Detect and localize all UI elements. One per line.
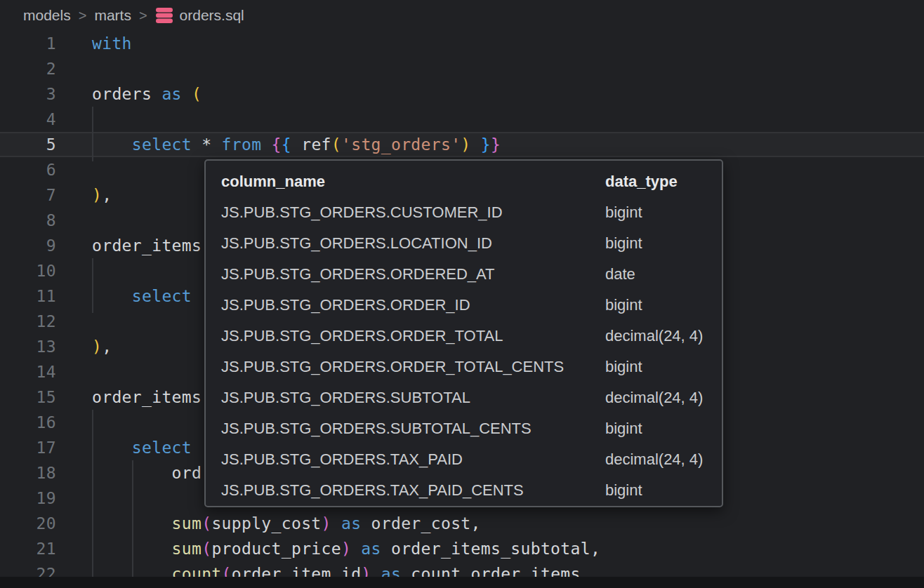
line-number[interactable]: 4 (0, 107, 56, 132)
code-line-1[interactable]: 1with (0, 31, 924, 56)
column-info-row: JS.PUB.STG_ORDERS.SUBTOTAL_CENTSbigint (206, 413, 722, 444)
column-name-cell: JS.PUB.STG_ORDERS.TAX_PAID (206, 444, 590, 475)
line-number[interactable]: 21 (0, 536, 56, 561)
line-number[interactable]: 11 (0, 283, 56, 309)
code-text: order_items (56, 233, 202, 258)
data-type-cell: date (590, 259, 722, 290)
column-info-row: JS.PUB.STG_ORDERS.ORDER_IDbigint (206, 290, 722, 321)
code-text: sum(supply_cost) as order_cost, (56, 511, 481, 536)
line-number[interactable]: 3 (0, 81, 56, 107)
file-name: orders.sql (180, 7, 244, 24)
code-text (56, 208, 92, 233)
code-line-4[interactable]: 4 (0, 107, 924, 132)
data-type-cell: decimal(24, 4) (590, 321, 722, 352)
line-number[interactable]: 10 (0, 258, 56, 283)
code-text: ), (56, 334, 112, 359)
column-name-cell: JS.PUB.STG_ORDERS.ORDER_TOTAL (206, 321, 590, 352)
column-name-cell: JS.PUB.STG_ORDERS.SUBTOTAL_CENTS (206, 413, 590, 444)
code-text (56, 258, 92, 283)
code-text (56, 486, 92, 511)
code-line-3[interactable]: 3orders as ( (0, 81, 924, 107)
column-info-row: JS.PUB.STG_ORDERS.ORDER_TOTALdecimal(24,… (206, 321, 722, 352)
breadcrumb-item-file[interactable]: orders.sql (155, 7, 244, 24)
line-number[interactable]: 8 (0, 208, 56, 233)
column-info-row: JS.PUB.STG_ORDERS.LOCATION_IDbigint (206, 228, 722, 259)
code-text: ord (56, 460, 202, 486)
data-type-cell: decimal(24, 4) (590, 444, 722, 475)
column-info-row: JS.PUB.STG_ORDERS.ORDERED_ATdate (206, 259, 722, 290)
column-info-row: JS.PUB.STG_ORDERS.CUSTOMER_IDbigint (206, 197, 722, 228)
popup-header-data-type: data_type (590, 166, 722, 197)
line-number[interactable]: 17 (0, 435, 56, 460)
data-type-cell: bigint (590, 352, 722, 382)
line-number[interactable]: 5 (0, 132, 56, 157)
column-name-cell: JS.PUB.STG_ORDERS.CUSTOMER_ID (206, 197, 590, 228)
code-text: ), (56, 182, 112, 208)
code-line-2[interactable]: 2 (0, 56, 924, 81)
data-type-cell: bigint (590, 197, 722, 228)
breadcrumb-item-models[interactable]: models (23, 7, 71, 24)
popup-header-column-name: column_name (206, 166, 590, 197)
data-type-cell: bigint (590, 290, 722, 321)
breadcrumb: models > marts > orders.sql (23, 0, 244, 31)
column-info-row: JS.PUB.STG_ORDERS.TAX_PAIDdecimal(24, 4) (206, 444, 722, 475)
data-type-cell: bigint (590, 475, 722, 506)
column-info-popup: column_name data_type JS.PUB.STG_ORDERS.… (204, 159, 723, 507)
code-text: order_items (56, 385, 202, 410)
code-text: select (56, 435, 192, 460)
code-text: select * from {{ ref('stg_orders') }} (56, 132, 501, 157)
line-number[interactable]: 19 (0, 486, 56, 511)
data-type-cell: decimal(24, 4) (590, 382, 722, 413)
column-name-cell: JS.PUB.STG_ORDERS.ORDERED_AT (206, 259, 590, 290)
line-number[interactable]: 18 (0, 460, 56, 486)
breadcrumb-item-marts[interactable]: marts (94, 7, 131, 24)
editor-bottom-edge (0, 577, 924, 588)
chevron-right-icon: > (139, 8, 147, 24)
line-number[interactable]: 7 (0, 182, 56, 208)
code-text: sum(product_price) as order_items_subtot… (56, 536, 600, 561)
line-number[interactable]: 2 (0, 56, 56, 81)
code-text (56, 56, 92, 81)
column-info-row: JS.PUB.STG_ORDERS.ORDER_TOTAL_CENTSbigin… (206, 352, 722, 382)
line-number[interactable]: 16 (0, 410, 56, 435)
chevron-right-icon: > (79, 8, 87, 24)
column-name-cell: JS.PUB.STG_ORDERS.LOCATION_ID (206, 228, 590, 259)
code-line-5[interactable]: 5 select * from {{ ref('stg_orders') }} (0, 132, 924, 157)
line-number[interactable]: 14 (0, 359, 56, 385)
database-icon (155, 7, 173, 24)
column-info-row: JS.PUB.STG_ORDERS.TAX_PAID_CENTSbigint (206, 475, 722, 506)
code-line-21[interactable]: 21 sum(product_price) as order_items_sub… (0, 536, 924, 561)
line-number[interactable]: 20 (0, 511, 56, 536)
column-name-cell: JS.PUB.STG_ORDERS.ORDER_TOTAL_CENTS (206, 352, 590, 382)
column-name-cell: JS.PUB.STG_ORDERS.TAX_PAID_CENTS (206, 475, 590, 506)
line-number[interactable]: 12 (0, 309, 56, 334)
column-info-row: JS.PUB.STG_ORDERS.SUBTOTALdecimal(24, 4) (206, 382, 722, 413)
column-name-cell: JS.PUB.STG_ORDERS.ORDER_ID (206, 290, 590, 321)
code-text (56, 107, 92, 132)
code-text (56, 359, 92, 385)
data-type-cell: bigint (590, 228, 722, 259)
line-number[interactable]: 15 (0, 385, 56, 410)
line-number[interactable]: 9 (0, 233, 56, 258)
code-text (56, 309, 92, 334)
column-name-cell: JS.PUB.STG_ORDERS.SUBTOTAL (206, 382, 590, 413)
data-type-cell: bigint (590, 413, 722, 444)
code-text: orders as ( (56, 81, 202, 107)
line-number[interactable]: 13 (0, 334, 56, 359)
code-text: with (56, 31, 132, 56)
popup-body: JS.PUB.STG_ORDERS.CUSTOMER_IDbigintJS.PU… (206, 197, 722, 506)
code-text (56, 410, 92, 435)
line-number[interactable]: 6 (0, 157, 56, 182)
code-line-20[interactable]: 20 sum(supply_cost) as order_cost, (0, 511, 924, 536)
code-text (56, 157, 92, 182)
code-text: select (56, 283, 192, 309)
popup-header-row: column_name data_type (206, 166, 722, 197)
line-number[interactable]: 1 (0, 31, 56, 56)
